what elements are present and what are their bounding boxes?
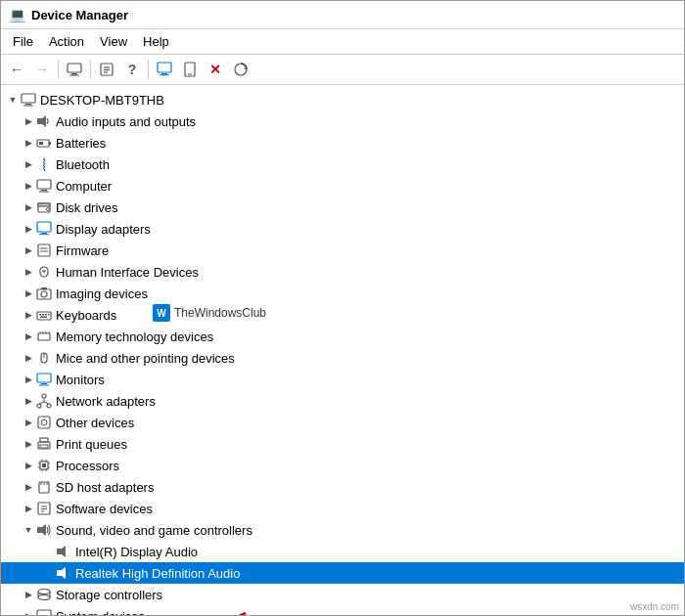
tree-network[interactable]: ▶ Network adapters (1, 390, 684, 412)
back-button[interactable]: ← (5, 58, 28, 81)
tree-keyboards[interactable]: ▶ Keyboards W TheWindowsClub (1, 304, 684, 326)
tree-sound[interactable]: ▼ Sound, video and game controllers (1, 519, 684, 541)
disk-expand: ▶ (21, 199, 36, 215)
svg-rect-39 (37, 312, 51, 320)
intel-audio-icon (56, 544, 71, 559)
sound-label: Sound, video and game controllers (56, 523, 252, 538)
svg-rect-27 (37, 222, 51, 232)
svg-rect-16 (23, 106, 33, 107)
device-tree: ▼ DESKTOP-MBT9THB ▶ Audio inputs and out… (1, 85, 684, 615)
tree-mice[interactable]: ▶ Mice and other pointing devices (1, 347, 684, 369)
monitor-button[interactable] (153, 58, 176, 81)
tree-disk[interactable]: ▶ Disk drives (1, 197, 684, 218)
svg-rect-65 (40, 445, 48, 448)
svg-rect-67 (42, 463, 46, 467)
properties-button[interactable] (95, 58, 118, 81)
tree-imaging[interactable]: ▶ Imaging devices (1, 283, 684, 304)
tree-hid[interactable]: ▶ Human Interface Devices (1, 261, 684, 283)
sound-expand: ▼ (21, 522, 36, 538)
svg-rect-61 (38, 417, 50, 428)
tree-sd[interactable]: ▶ SD host adapters (1, 476, 684, 498)
device-button[interactable] (178, 58, 202, 81)
svg-rect-41 (42, 314, 44, 316)
menu-file[interactable]: File (5, 31, 41, 52)
svg-rect-29 (39, 234, 49, 235)
memory-icon (36, 329, 52, 344)
svg-point-62 (41, 419, 47, 425)
software-label: Software devices (56, 502, 153, 516)
batteries-expand: ▶ (21, 135, 36, 151)
svg-rect-22 (41, 190, 47, 191)
monitors-expand: ▶ (21, 372, 36, 387)
menu-bar: File Action View Help (1, 29, 684, 55)
display-icon (36, 221, 52, 237)
svg-rect-86 (57, 570, 62, 576)
help-button[interactable]: ? (120, 58, 144, 81)
menu-help[interactable]: Help (135, 31, 177, 52)
svg-rect-15 (25, 104, 31, 105)
toolbar-separator-2 (90, 60, 91, 79)
tree-firmware[interactable]: ▶ Firmware (1, 240, 684, 261)
menu-action[interactable]: Action (41, 31, 92, 52)
tree-monitors[interactable]: ▶ Monitors (1, 369, 684, 390)
tree-bluetooth[interactable]: ▶ ⦚ Bluetooth (1, 154, 684, 175)
software-expand: ▶ (21, 501, 36, 516)
svg-rect-9 (160, 74, 169, 75)
menu-view[interactable]: View (92, 31, 135, 52)
monitors-icon (36, 372, 52, 387)
tree-processors[interactable]: ▶ Processors (1, 455, 684, 476)
tree-other[interactable]: ▶ Other devices (1, 412, 684, 433)
tree-computer[interactable]: ▶ Computer (1, 175, 684, 197)
tree-display[interactable]: ▶ Display adapters (1, 218, 684, 240)
tree-print[interactable]: ▶ Print queues (1, 433, 684, 455)
disk-icon (36, 199, 52, 215)
display-expand: ▶ (21, 221, 36, 237)
svg-rect-45 (38, 333, 50, 340)
title-bar-icon: 💻 (9, 7, 25, 22)
svg-point-57 (47, 404, 51, 408)
display-label: Display adapters (56, 222, 151, 237)
svg-point-37 (41, 291, 47, 297)
svg-rect-20 (39, 142, 43, 145)
svg-line-59 (39, 402, 44, 404)
batteries-icon (36, 135, 52, 151)
svg-rect-23 (39, 192, 49, 193)
watermark-label: TheWindowsClub (174, 306, 266, 320)
tree-audio[interactable]: ▶ Audio inputs and outputs (1, 110, 684, 132)
disk-label: Disk drives (56, 200, 118, 215)
hid-icon (36, 264, 52, 280)
tree-batteries[interactable]: ▶ Batteries (1, 132, 684, 154)
mice-expand: ▶ (21, 350, 36, 366)
computer-icon-button[interactable] (63, 58, 86, 81)
wsxdn-watermark: wsxdn.com (627, 600, 682, 613)
tree-realtek-audio[interactable]: ▶ Realtek High Definition Audio (1, 562, 684, 584)
toolbar-separator-1 (58, 60, 59, 79)
bluetooth-icon: ⦚ (36, 156, 52, 172)
tree-intel-audio[interactable]: ▶ Intel(R) Display Audio (1, 541, 684, 562)
tree-memory[interactable]: ▶ Memory technology devices (1, 326, 684, 347)
svg-point-90 (38, 595, 50, 600)
content-area[interactable]: ▼ DESKTOP-MBT9THB ▶ Audio inputs and out… (1, 85, 684, 615)
svg-rect-28 (41, 233, 47, 234)
tree-storage[interactable]: ▶ Storage controllers (1, 584, 684, 605)
memory-expand: ▶ (21, 329, 36, 344)
forward-button[interactable]: → (30, 58, 54, 81)
svg-point-56 (37, 404, 41, 408)
mice-icon (36, 350, 52, 366)
hid-expand: ▶ (21, 264, 36, 280)
computer-label: Computer (56, 179, 112, 194)
svg-rect-53 (41, 383, 47, 384)
uninstall-button[interactable]: ✕ (204, 58, 227, 81)
sound-icon (36, 522, 52, 538)
svg-rect-25 (38, 203, 50, 206)
sd-expand: ▶ (21, 479, 36, 495)
tree-system[interactable]: ▶ System devices (1, 605, 684, 615)
tree-software[interactable]: ▶ Software devices (1, 498, 684, 519)
scan-button[interactable] (229, 58, 252, 81)
network-icon (36, 393, 52, 409)
root-label: DESKTOP-MBT9THB (40, 93, 164, 108)
network-label: Network adapters (56, 394, 156, 409)
svg-rect-8 (161, 73, 167, 74)
root-item[interactable]: ▼ DESKTOP-MBT9THB (1, 89, 684, 110)
svg-rect-54 (39, 385, 49, 386)
